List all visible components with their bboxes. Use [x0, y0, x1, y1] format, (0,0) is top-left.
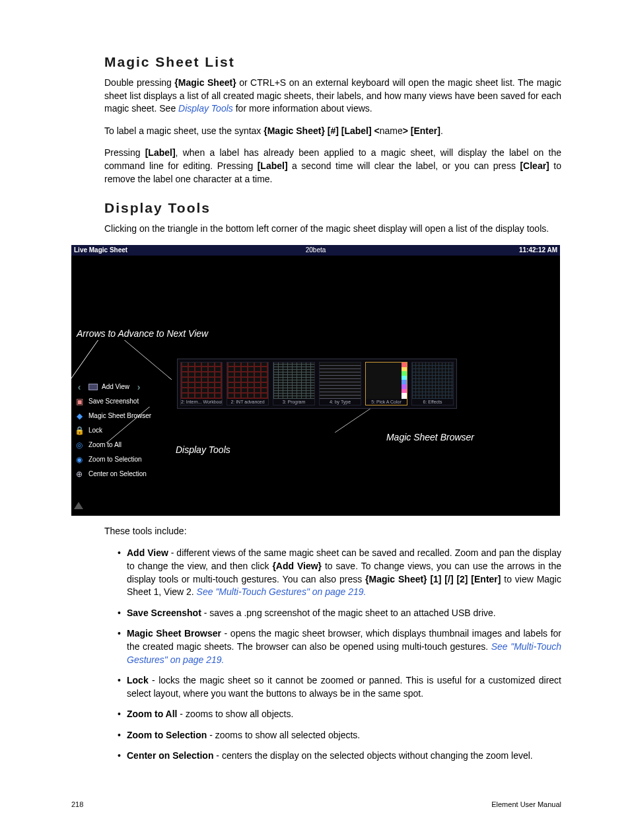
camera-icon: ▣ — [74, 396, 85, 407]
tools-list: Add View - different views of the same m… — [127, 547, 561, 763]
page: Magic Sheet List Double pressing {Magic … — [0, 0, 630, 840]
footer: 218 Element User Manual — [71, 800, 561, 808]
tool-zoom-all[interactable]: ◎ Zoom to All — [71, 438, 157, 452]
callout-line — [335, 409, 370, 433]
zoom-all-icon: ◎ — [74, 440, 85, 450]
bullet-zoom-selection: Zoom to Selection - zooms to show all se… — [127, 729, 561, 742]
caption-display-tools: Display Tools — [176, 444, 230, 455]
tool-center-selection[interactable]: ⊕ Center on Selection — [71, 467, 157, 481]
link-display-tools[interactable]: Display Tools — [178, 103, 233, 114]
heading-magic-sheet-list: Magic Sheet List — [104, 54, 561, 70]
link-multitouch-1[interactable]: See "Multi-Touch Gestures" on page 219. — [197, 586, 367, 597]
zoom-selection-icon: ◉ — [74, 454, 85, 465]
titlebar: Live Magic Sheet 20beta 11:42:12 AM — [71, 245, 560, 256]
browser-thumb[interactable]: 3: Program — [273, 362, 315, 405]
paragraph-label-syntax: To label a magic sheet, use the syntax {… — [104, 125, 561, 138]
magic-sheet-browser[interactable]: 2: Intern... Workbook 2: INT advanced 3:… — [177, 359, 457, 409]
label: Zoom to All — [88, 441, 122, 448]
heading-display-tools: Display Tools — [104, 200, 561, 216]
label: Lock — [88, 427, 102, 434]
tool-lock[interactable]: 🔒 Lock — [71, 423, 157, 438]
center-icon: ⊕ — [74, 469, 85, 479]
caption-magic-sheet-browser: Magic Sheet Browser — [386, 432, 474, 442]
label: Center on Selection — [88, 470, 147, 477]
callout-line — [69, 340, 98, 381]
tool-magic-sheet-browser[interactable]: ◆ Magic Sheet Browser — [71, 409, 157, 423]
tool-save-screenshot[interactable]: ▣ Save Screenshot — [71, 394, 157, 409]
browser-thumb[interactable]: 4: by Type — [319, 362, 361, 405]
bullet-save-screenshot: Save Screenshot - saves a .png screensho… — [127, 607, 561, 620]
callout-line — [124, 340, 172, 380]
bullet-zoom-all: Zoom to All - zooms to show all objects. — [127, 708, 561, 721]
label: Add View — [102, 383, 129, 390]
screenshot-panel: Live Magic Sheet 20beta 11:42:12 AM Arro… — [71, 245, 560, 516]
tool-add-view[interactable]: ‹ Add View › — [71, 380, 157, 394]
view-thumb-icon — [88, 384, 98, 390]
label: Magic Sheet Browser — [88, 412, 151, 419]
title-center: 20beta — [306, 246, 326, 254]
display-tools-panel: ‹ Add View › ▣ Save Screenshot ◆ Magic S… — [71, 380, 157, 481]
browser-icon: ◆ — [74, 411, 85, 421]
title-time: 11:42:12 AM — [519, 246, 557, 254]
label: Zoom to Selection — [88, 456, 142, 463]
bullet-magic-sheet-browser: Magic Sheet Browser - opens the magic sh… — [127, 627, 561, 666]
manual-title: Element User Manual — [491, 800, 561, 808]
bullet-center-selection: Center on Selection - centers the displa… — [127, 750, 561, 763]
lock-icon: 🔒 — [74, 425, 85, 436]
title-left: Live Magic Sheet — [74, 246, 127, 254]
arrow-left-icon[interactable]: ‹ — [74, 382, 85, 392]
tool-zoom-selection[interactable]: ◉ Zoom to Selection — [71, 452, 157, 467]
bullet-add-view: Add View - different views of the same m… — [127, 547, 561, 598]
bullet-lock: Lock - locks the magic sheet so it canno… — [127, 674, 561, 700]
caption-arrows: Arrows to Advance to Next View — [77, 328, 208, 339]
paragraph-label-edit: Pressing [Label], when a label has alrea… — [104, 147, 561, 186]
browser-thumb[interactable]: 5: Pick A Color — [365, 362, 407, 405]
triangle-icon[interactable] — [74, 502, 83, 509]
browser-thumb[interactable]: 2: Intern... Workbook — [180, 362, 223, 405]
paragraph-tools-include: These tools include: — [104, 525, 561, 538]
browser-thumb[interactable]: 6: Effects — [411, 362, 454, 405]
arrow-right-icon[interactable]: › — [133, 382, 144, 392]
page-number: 218 — [71, 800, 83, 808]
label: Save Screenshot — [88, 398, 139, 405]
paragraph-display-tools-intro: Clicking on the triangle in the bottom l… — [104, 223, 561, 236]
paragraph-intro: Double pressing {Magic Sheet} or CTRL+S … — [104, 77, 561, 116]
browser-thumb[interactable]: 2: INT advanced — [227, 362, 269, 405]
